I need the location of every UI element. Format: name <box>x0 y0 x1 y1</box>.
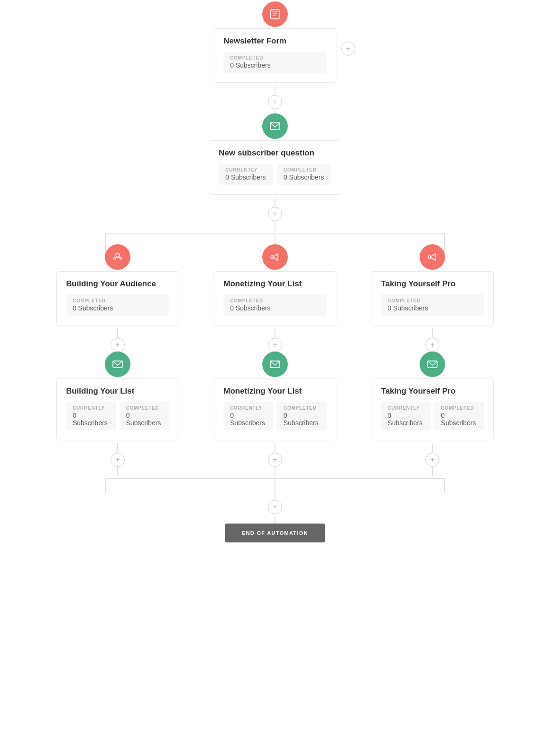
connector-left-2: + <box>111 443 125 476</box>
plus-btn-left-1[interactable]: + <box>111 338 125 352</box>
converge-connector <box>81 478 469 492</box>
building-audience-node[interactable]: Building Your Audience COMPLETED 0 Subsc… <box>56 257 179 326</box>
col-building-audience: Building Your Audience COMPLETED 0 Subsc… <box>48 257 187 479</box>
connector-right-2: + <box>425 443 439 476</box>
monetizing-list-2-node[interactable]: Monetizing Your List CURRENTLY 0 Subscri… <box>214 364 336 440</box>
taking-pro-1-icon <box>420 244 445 270</box>
taking-pro-1-node[interactable]: Taking Yourself Pro COMPLETED 0 Subscrib… <box>371 257 494 326</box>
newsletter-form-icon <box>262 1 288 27</box>
new-subscriber-currently: CURRENTLY 0 Subscribers <box>219 163 273 185</box>
left-up <box>105 478 106 492</box>
taking-pro-2-node[interactable]: Taking Yourself Pro CURRENTLY 0 Subscrib… <box>371 364 494 440</box>
vline <box>275 86 275 95</box>
svg-rect-4 <box>271 9 279 12</box>
flow-container: Newsletter Form COMPLETED 0 Subscribers … <box>0 0 550 571</box>
taking-pro-2-icon <box>420 352 445 377</box>
new-subscriber-icon <box>262 113 288 139</box>
building-audience-title: Building Your Audience <box>66 279 169 289</box>
newsletter-form-title: Newsletter Form <box>223 36 327 46</box>
building-list-node[interactable]: Building Your List CURRENTLY 0 Subscribe… <box>56 364 179 440</box>
building-audience-icon <box>105 244 130 270</box>
col-taking-pro: Taking Yourself Pro COMPLETED 0 Subscrib… <box>363 257 502 479</box>
right-up <box>444 478 445 492</box>
final-connector: + <box>268 492 282 524</box>
building-audience-stats: COMPLETED 0 Subscribers <box>66 294 169 316</box>
monetizing-list-2-title: Monetizing Your List <box>223 387 327 396</box>
taking-pro-1-title: Taking Yourself Pro <box>381 279 484 289</box>
plus-btn-left-2[interactable]: + <box>111 453 125 467</box>
newsletter-form-stats: COMPLETED 0 Subscribers <box>223 52 327 73</box>
building-list-title: Building Your List <box>66 387 169 396</box>
connector-2: + <box>268 198 282 231</box>
monetizing-list-1-icon <box>262 244 288 270</box>
newsletter-form-side-plus[interactable]: + <box>341 42 355 56</box>
monetizing-list-2-icon <box>262 352 288 377</box>
newsletter-form-node[interactable]: Newsletter Form COMPLETED 0 Subscribers … <box>214 14 336 83</box>
building-list-icon <box>105 352 130 377</box>
plus-btn-final[interactable]: + <box>268 500 282 514</box>
center-up <box>275 478 275 492</box>
taking-pro-2-title: Taking Yourself Pro <box>381 387 484 396</box>
plus-btn-right-2[interactable]: + <box>425 453 439 467</box>
plus-btn-center-2[interactable]: + <box>268 453 282 467</box>
new-subscriber-completed: COMPLETED 0 Subscribers <box>277 163 331 185</box>
monetizing-list-1-title: Monetizing Your List <box>223 279 327 289</box>
plus-btn-center-1[interactable]: + <box>268 338 282 352</box>
plus-btn-2[interactable]: + <box>268 207 282 221</box>
new-subscriber-node[interactable]: New subscriber question CURRENTLY 0 Subs… <box>209 126 341 195</box>
vline <box>275 198 275 207</box>
col-monetizing: Monetizing Your List COMPLETED 0 Subscri… <box>206 257 344 479</box>
plus-btn-right-1[interactable]: + <box>425 338 439 352</box>
new-subscriber-title: New subscriber question <box>219 148 331 158</box>
monetizing-list-1-node[interactable]: Monetizing Your List COMPLETED 0 Subscri… <box>214 257 336 326</box>
svg-point-6 <box>116 253 120 257</box>
end-automation-button[interactable]: END OF AUTOMATION <box>225 524 325 542</box>
plus-btn-1[interactable]: + <box>268 95 282 109</box>
level1-row: Building Your Audience COMPLETED 0 Subsc… <box>48 257 502 479</box>
connector-center-2: + <box>268 443 282 476</box>
vline <box>275 221 275 231</box>
